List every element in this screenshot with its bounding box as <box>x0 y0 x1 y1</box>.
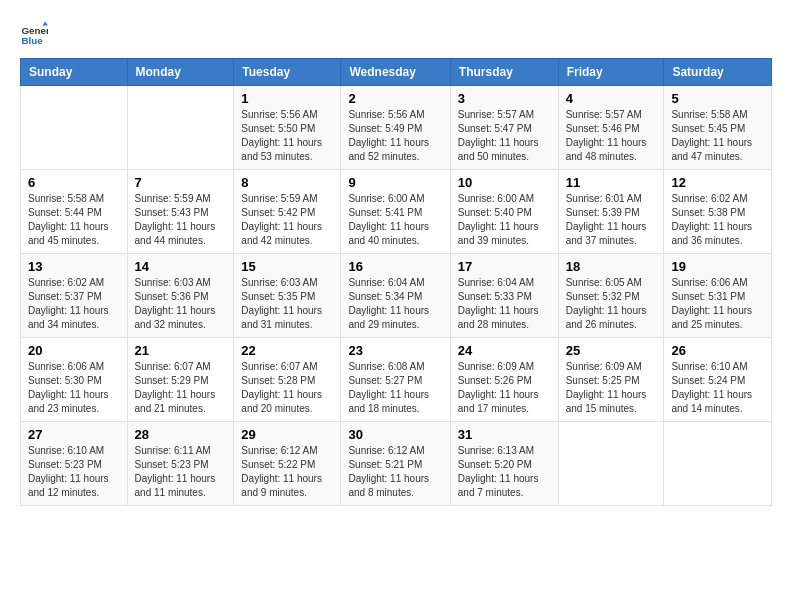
page-header: General Blue <box>20 20 772 48</box>
calendar-cell: 5Sunrise: 5:58 AM Sunset: 5:45 PM Daylig… <box>664 86 772 170</box>
day-info: Sunrise: 5:59 AM Sunset: 5:43 PM Dayligh… <box>135 192 227 248</box>
day-info: Sunrise: 5:57 AM Sunset: 5:47 PM Dayligh… <box>458 108 551 164</box>
day-number: 20 <box>28 343 120 358</box>
day-info: Sunrise: 6:13 AM Sunset: 5:20 PM Dayligh… <box>458 444 551 500</box>
calendar-cell: 22Sunrise: 6:07 AM Sunset: 5:28 PM Dayli… <box>234 338 341 422</box>
calendar-cell: 28Sunrise: 6:11 AM Sunset: 5:23 PM Dayli… <box>127 422 234 506</box>
calendar-cell: 26Sunrise: 6:10 AM Sunset: 5:24 PM Dayli… <box>664 338 772 422</box>
day-info: Sunrise: 6:12 AM Sunset: 5:21 PM Dayligh… <box>348 444 442 500</box>
day-info: Sunrise: 6:06 AM Sunset: 5:31 PM Dayligh… <box>671 276 764 332</box>
day-info: Sunrise: 6:09 AM Sunset: 5:25 PM Dayligh… <box>566 360 657 416</box>
calendar-cell: 25Sunrise: 6:09 AM Sunset: 5:25 PM Dayli… <box>558 338 664 422</box>
calendar-cell: 17Sunrise: 6:04 AM Sunset: 5:33 PM Dayli… <box>450 254 558 338</box>
calendar-cell: 24Sunrise: 6:09 AM Sunset: 5:26 PM Dayli… <box>450 338 558 422</box>
calendar-cell <box>558 422 664 506</box>
calendar-cell: 29Sunrise: 6:12 AM Sunset: 5:22 PM Dayli… <box>234 422 341 506</box>
day-info: Sunrise: 6:06 AM Sunset: 5:30 PM Dayligh… <box>28 360 120 416</box>
calendar-cell: 10Sunrise: 6:00 AM Sunset: 5:40 PM Dayli… <box>450 170 558 254</box>
header-row: SundayMondayTuesdayWednesdayThursdayFrid… <box>21 59 772 86</box>
logo-icon: General Blue <box>20 20 48 48</box>
day-number: 4 <box>566 91 657 106</box>
day-number: 15 <box>241 259 333 274</box>
day-number: 3 <box>458 91 551 106</box>
day-number: 27 <box>28 427 120 442</box>
day-number: 6 <box>28 175 120 190</box>
day-info: Sunrise: 6:05 AM Sunset: 5:32 PM Dayligh… <box>566 276 657 332</box>
day-info: Sunrise: 5:59 AM Sunset: 5:42 PM Dayligh… <box>241 192 333 248</box>
day-number: 22 <box>241 343 333 358</box>
day-number: 17 <box>458 259 551 274</box>
calendar-cell: 12Sunrise: 6:02 AM Sunset: 5:38 PM Dayli… <box>664 170 772 254</box>
day-number: 29 <box>241 427 333 442</box>
calendar-cell <box>21 86 128 170</box>
day-number: 25 <box>566 343 657 358</box>
day-info: Sunrise: 6:10 AM Sunset: 5:24 PM Dayligh… <box>671 360 764 416</box>
day-info: Sunrise: 6:03 AM Sunset: 5:36 PM Dayligh… <box>135 276 227 332</box>
calendar-body: 1Sunrise: 5:56 AM Sunset: 5:50 PM Daylig… <box>21 86 772 506</box>
day-number: 2 <box>348 91 442 106</box>
day-number: 31 <box>458 427 551 442</box>
week-row-1: 6Sunrise: 5:58 AM Sunset: 5:44 PM Daylig… <box>21 170 772 254</box>
day-info: Sunrise: 6:03 AM Sunset: 5:35 PM Dayligh… <box>241 276 333 332</box>
day-number: 21 <box>135 343 227 358</box>
day-number: 19 <box>671 259 764 274</box>
calendar-cell: 9Sunrise: 6:00 AM Sunset: 5:41 PM Daylig… <box>341 170 450 254</box>
day-number: 23 <box>348 343 442 358</box>
calendar-cell <box>664 422 772 506</box>
week-row-3: 20Sunrise: 6:06 AM Sunset: 5:30 PM Dayli… <box>21 338 772 422</box>
day-info: Sunrise: 6:02 AM Sunset: 5:38 PM Dayligh… <box>671 192 764 248</box>
day-info: Sunrise: 5:57 AM Sunset: 5:46 PM Dayligh… <box>566 108 657 164</box>
day-number: 1 <box>241 91 333 106</box>
header-cell-thursday: Thursday <box>450 59 558 86</box>
day-number: 8 <box>241 175 333 190</box>
day-number: 7 <box>135 175 227 190</box>
day-info: Sunrise: 6:08 AM Sunset: 5:27 PM Dayligh… <box>348 360 442 416</box>
calendar-table: SundayMondayTuesdayWednesdayThursdayFrid… <box>20 58 772 506</box>
calendar-cell: 21Sunrise: 6:07 AM Sunset: 5:29 PM Dayli… <box>127 338 234 422</box>
calendar-cell: 31Sunrise: 6:13 AM Sunset: 5:20 PM Dayli… <box>450 422 558 506</box>
day-info: Sunrise: 6:07 AM Sunset: 5:28 PM Dayligh… <box>241 360 333 416</box>
calendar-cell: 11Sunrise: 6:01 AM Sunset: 5:39 PM Dayli… <box>558 170 664 254</box>
calendar-cell: 18Sunrise: 6:05 AM Sunset: 5:32 PM Dayli… <box>558 254 664 338</box>
calendar-cell: 20Sunrise: 6:06 AM Sunset: 5:30 PM Dayli… <box>21 338 128 422</box>
day-number: 28 <box>135 427 227 442</box>
calendar-cell: 19Sunrise: 6:06 AM Sunset: 5:31 PM Dayli… <box>664 254 772 338</box>
day-number: 13 <box>28 259 120 274</box>
calendar-cell: 30Sunrise: 6:12 AM Sunset: 5:21 PM Dayli… <box>341 422 450 506</box>
calendar-cell: 6Sunrise: 5:58 AM Sunset: 5:44 PM Daylig… <box>21 170 128 254</box>
day-info: Sunrise: 5:58 AM Sunset: 5:45 PM Dayligh… <box>671 108 764 164</box>
calendar-header: SundayMondayTuesdayWednesdayThursdayFrid… <box>21 59 772 86</box>
calendar-cell: 7Sunrise: 5:59 AM Sunset: 5:43 PM Daylig… <box>127 170 234 254</box>
logo: General Blue <box>20 20 52 48</box>
day-info: Sunrise: 6:04 AM Sunset: 5:34 PM Dayligh… <box>348 276 442 332</box>
svg-text:Blue: Blue <box>21 35 43 46</box>
day-info: Sunrise: 6:11 AM Sunset: 5:23 PM Dayligh… <box>135 444 227 500</box>
calendar-cell: 23Sunrise: 6:08 AM Sunset: 5:27 PM Dayli… <box>341 338 450 422</box>
calendar-cell: 3Sunrise: 5:57 AM Sunset: 5:47 PM Daylig… <box>450 86 558 170</box>
calendar-cell: 15Sunrise: 6:03 AM Sunset: 5:35 PM Dayli… <box>234 254 341 338</box>
header-cell-friday: Friday <box>558 59 664 86</box>
header-cell-wednesday: Wednesday <box>341 59 450 86</box>
week-row-0: 1Sunrise: 5:56 AM Sunset: 5:50 PM Daylig… <box>21 86 772 170</box>
calendar-cell: 8Sunrise: 5:59 AM Sunset: 5:42 PM Daylig… <box>234 170 341 254</box>
day-number: 10 <box>458 175 551 190</box>
header-cell-monday: Monday <box>127 59 234 86</box>
day-number: 9 <box>348 175 442 190</box>
day-number: 14 <box>135 259 227 274</box>
day-info: Sunrise: 6:07 AM Sunset: 5:29 PM Dayligh… <box>135 360 227 416</box>
day-number: 18 <box>566 259 657 274</box>
day-info: Sunrise: 5:58 AM Sunset: 5:44 PM Dayligh… <box>28 192 120 248</box>
day-number: 26 <box>671 343 764 358</box>
day-number: 16 <box>348 259 442 274</box>
day-number: 11 <box>566 175 657 190</box>
day-info: Sunrise: 6:10 AM Sunset: 5:23 PM Dayligh… <box>28 444 120 500</box>
calendar-cell: 13Sunrise: 6:02 AM Sunset: 5:37 PM Dayli… <box>21 254 128 338</box>
svg-marker-2 <box>42 21 48 25</box>
week-row-4: 27Sunrise: 6:10 AM Sunset: 5:23 PM Dayli… <box>21 422 772 506</box>
header-cell-sunday: Sunday <box>21 59 128 86</box>
day-info: Sunrise: 5:56 AM Sunset: 5:49 PM Dayligh… <box>348 108 442 164</box>
header-cell-tuesday: Tuesday <box>234 59 341 86</box>
day-info: Sunrise: 6:12 AM Sunset: 5:22 PM Dayligh… <box>241 444 333 500</box>
calendar-cell <box>127 86 234 170</box>
day-info: Sunrise: 6:02 AM Sunset: 5:37 PM Dayligh… <box>28 276 120 332</box>
